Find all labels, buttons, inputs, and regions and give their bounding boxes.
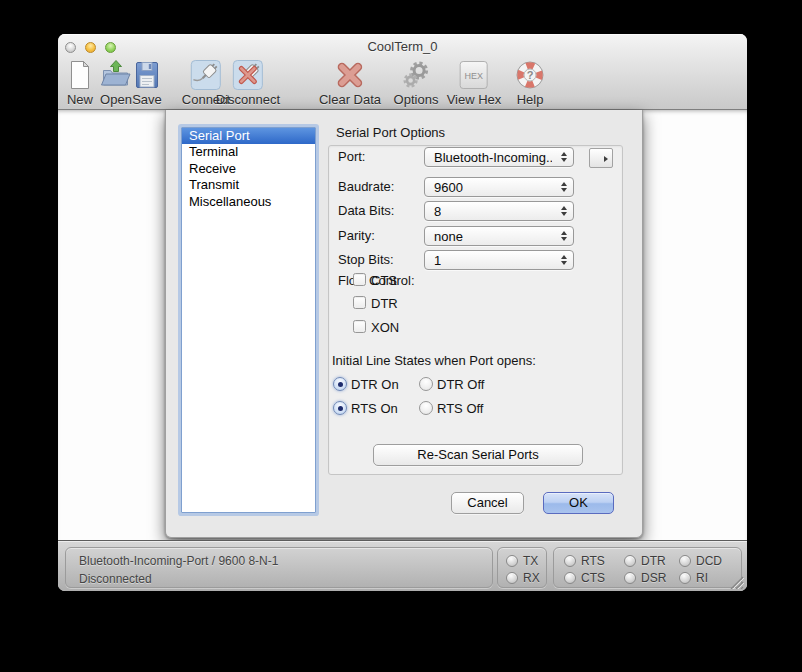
cancel-button[interactable]: Cancel	[451, 492, 524, 514]
xon-checkbox[interactable]	[353, 320, 366, 333]
ok-button[interactable]: OK	[543, 492, 614, 514]
toolbar-label: Disconnect	[216, 92, 280, 107]
rts-on-radio[interactable]	[333, 401, 347, 415]
coolterm-window: CoolTerm_0 New	[58, 34, 747, 591]
initial-line-states-label: Initial Line States when Port opens:	[332, 353, 536, 368]
led-label: CTS	[581, 571, 605, 585]
options-category-list: Serial Port Terminal Receive Transmit Mi…	[181, 127, 316, 513]
new-document-icon	[64, 59, 96, 91]
parity-label: Parity:	[338, 228, 375, 243]
data-bits-value: 8	[434, 203, 441, 220]
stop-bits-select[interactable]: 1	[424, 250, 574, 270]
rts-off-radio[interactable]	[419, 401, 433, 415]
stepper-arrows-icon	[561, 255, 567, 265]
window-title: CoolTerm_0	[58, 39, 747, 54]
dsr-led-icon	[624, 572, 636, 584]
radio-label: DTR On	[351, 377, 399, 392]
toolbar-save-button[interactable]: Save	[131, 59, 163, 107]
toolbar-clear-data-button[interactable]: Clear Data	[319, 59, 381, 107]
toolbar-view-hex-button[interactable]: HEX View Hex	[447, 59, 502, 107]
radio-label: RTS Off	[437, 401, 483, 416]
sidebar-item-serial-port[interactable]: Serial Port	[182, 128, 315, 144]
activity-led-panel: TX RX	[497, 547, 547, 588]
hex-icon-text: HEX	[465, 71, 484, 81]
resize-grip[interactable]	[729, 575, 744, 588]
page-title: Serial Port Options	[336, 125, 445, 140]
desktop: CoolTerm_0 New	[0, 0, 802, 672]
toolbar-options-button[interactable]: Options	[394, 59, 439, 107]
sidebar-item-terminal[interactable]: Terminal	[182, 144, 315, 160]
led-label: RX	[523, 571, 540, 585]
disconnect-plug-icon	[232, 59, 264, 91]
port-value: Bluetooth-Incoming...	[434, 149, 552, 166]
dtr-on-radio[interactable]	[333, 377, 347, 391]
toolbar-label: Open	[100, 92, 132, 107]
stop-bits-value: 1	[434, 252, 441, 269]
port-menu-button[interactable]	[589, 148, 613, 168]
led-label: TX	[523, 554, 538, 568]
radio-label: RTS On	[351, 401, 398, 416]
options-gears-icon	[400, 59, 432, 91]
toolbar-label: Save	[132, 92, 162, 107]
port-summary-text: Bluetooth-Incoming-Port / 9600 8-N-1	[79, 554, 278, 568]
led-label: RTS	[581, 554, 605, 568]
led-label: DCD	[696, 554, 722, 568]
dtr-checkbox[interactable]	[353, 296, 366, 309]
toolbar-label: Clear Data	[319, 92, 381, 107]
stepper-arrows-icon	[561, 206, 567, 216]
toolbar-new-button[interactable]: New	[64, 59, 96, 107]
radio-label: DTR Off	[437, 377, 484, 392]
cts-checkbox[interactable]	[353, 273, 366, 286]
stepper-arrows-icon	[561, 231, 567, 241]
ri-led-icon	[679, 572, 691, 584]
port-select[interactable]: Bluetooth-Incoming...	[424, 147, 574, 167]
toolbar-help-button[interactable]: ? Help	[514, 59, 546, 107]
parity-value: none	[434, 228, 463, 245]
sidebar-item-transmit[interactable]: Transmit	[182, 177, 315, 193]
sidebar-item-miscellaneous[interactable]: Miscellaneous	[182, 194, 315, 210]
baudrate-select[interactable]: 9600	[424, 177, 574, 197]
parity-select[interactable]: none	[424, 226, 574, 246]
rescan-serial-ports-button[interactable]: Re-Scan Serial Ports	[373, 444, 583, 466]
toolbar-label: Options	[394, 92, 439, 107]
checkbox-label: CTS	[371, 273, 397, 288]
rts-led-icon	[564, 555, 576, 567]
toolbar-open-button[interactable]: Open	[100, 59, 132, 107]
connection-state-text: Disconnected	[79, 572, 152, 586]
triangle-right-icon	[604, 156, 608, 162]
data-bits-select[interactable]: 8	[424, 201, 574, 221]
window-chrome: CoolTerm_0 New	[58, 34, 747, 110]
toolbar-disconnect-button[interactable]: Disconnect	[216, 59, 280, 107]
signal-led-panel: RTS DTR DCD CTS DSR RI	[553, 547, 742, 588]
question-icon-text: ?	[527, 69, 534, 81]
led-label: RI	[696, 571, 708, 585]
dtr-off-radio[interactable]	[419, 377, 433, 391]
tx-led-icon	[506, 555, 518, 567]
connection-options-dialog: Serial Port Terminal Receive Transmit Mi…	[165, 110, 643, 538]
toolbar-label: View Hex	[447, 92, 502, 107]
checkbox-label: DTR	[371, 296, 398, 311]
toolbar-label: Help	[517, 92, 544, 107]
stepper-arrows-icon	[561, 152, 567, 162]
stepper-arrows-icon	[561, 182, 567, 192]
checkbox-label: XON	[371, 320, 399, 335]
connection-status-panel: Bluetooth-Incoming-Port / 9600 8-N-1 Dis…	[65, 547, 493, 588]
data-bits-label: Data Bits:	[338, 203, 394, 218]
baudrate-label: Baudrate:	[338, 179, 394, 194]
dtr-led-icon	[624, 555, 636, 567]
clear-x-icon	[334, 59, 366, 91]
sidebar-item-receive[interactable]: Receive	[182, 161, 315, 177]
toolbar-label: New	[67, 92, 93, 107]
save-floppy-icon	[131, 59, 163, 91]
port-label: Port:	[338, 149, 365, 164]
baudrate-value: 9600	[434, 179, 463, 196]
led-label: DSR	[641, 571, 666, 585]
dcd-led-icon	[679, 555, 691, 567]
led-label: DTR	[641, 554, 666, 568]
hex-badge-icon: HEX	[458, 59, 490, 91]
rx-led-icon	[506, 572, 518, 584]
cts-led-icon	[564, 572, 576, 584]
stop-bits-label: Stop Bits:	[338, 252, 394, 267]
help-lifebuoy-icon: ?	[514, 59, 546, 91]
open-folder-icon	[100, 59, 132, 91]
